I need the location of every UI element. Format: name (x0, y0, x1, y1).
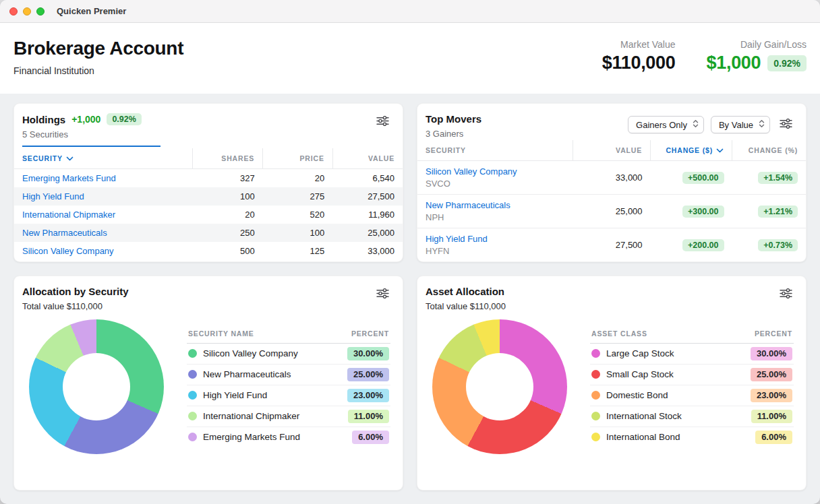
security-link[interactable]: International Chipmaker (22, 210, 115, 220)
holdings-col-value[interactable]: VALUE (332, 148, 403, 169)
holdings-col-price[interactable]: PRICE (263, 148, 333, 169)
asset-allocation-subtitle: Total value $110,000 (426, 301, 506, 311)
holdings-col-shares[interactable]: SHARES (193, 148, 263, 169)
zoom-button[interactable] (36, 7, 45, 15)
percent-badge: 11.00% (348, 410, 389, 423)
table-row: New Pharmaceuticals 250 100 25,000 (14, 224, 403, 242)
percent-badge: 25.00% (751, 368, 792, 381)
holdings-col-security[interactable]: SECURITY (14, 148, 193, 169)
movers-col-security[interactable]: SECURITY (417, 140, 573, 161)
percent-badge: 30.00% (751, 347, 792, 360)
change-pct-badge: +1.21% (758, 206, 798, 218)
ticker-symbol: NPH (426, 212, 564, 222)
legend-label: International Stock (606, 411, 745, 421)
legend-col-percent: PERCENT (351, 329, 389, 338)
minimize-button[interactable] (23, 7, 31, 15)
percent-badge: 6.00% (755, 431, 792, 444)
percent-badge: 23.00% (751, 389, 792, 402)
sliders-icon (780, 119, 792, 131)
list-item: International Bond 6.00% (590, 427, 794, 447)
security-link[interactable]: New Pharmaceuticals (426, 200, 510, 210)
page-title: Brokerage Account (13, 38, 183, 59)
top-movers-subtitle: 3 Gainers (426, 129, 481, 139)
asset-allocation-filter-button[interactable] (777, 286, 795, 303)
sliders-icon (376, 116, 389, 128)
shares-cell: 327 (193, 169, 263, 188)
donut-hole (63, 353, 130, 420)
sliders-icon (780, 288, 792, 301)
security-link[interactable]: High Yield Fund (426, 234, 488, 244)
page-header: Brokerage Account Financial Institution … (0, 23, 820, 94)
asset-allocation-title: Asset Allocation (426, 286, 504, 297)
legend-swatch (188, 412, 197, 420)
legend-swatch (188, 370, 197, 379)
change-usd-badge: +500.00 (682, 172, 724, 184)
allocation-security-filter-button[interactable] (374, 286, 392, 303)
donut-hole (466, 353, 533, 420)
shares-cell: 100 (193, 187, 263, 206)
account-institution: Financial Institution (13, 65, 183, 76)
sort-by-dropdown[interactable]: By Value (711, 116, 770, 133)
value-cell: 6,540 (332, 169, 403, 188)
price-cell: 275 (263, 187, 333, 206)
top-movers-filter-button[interactable] (777, 116, 795, 133)
allocation-by-security-panel: Allocation by Security Total value $110,… (13, 276, 403, 491)
table-row: International Chipmaker 20 520 11,960 (14, 206, 403, 224)
change-usd-badge: +200.00 (682, 239, 724, 251)
legend-swatch (591, 433, 600, 441)
legend-swatch (591, 370, 600, 379)
asset-allocation-legend: ASSET CLASS PERCENT Large Cap Stock 30.0… (590, 327, 794, 447)
security-link[interactable]: Emerging Markets Fund (22, 173, 116, 183)
change-pct-badge: +1.54% (758, 172, 798, 184)
list-item: Silicon Valley Company 30.00% (187, 344, 390, 365)
legend-label: Emerging Markets Fund (203, 432, 346, 442)
asset-allocation-donut-chart (432, 319, 567, 454)
legend-label: International Chipmaker (203, 411, 342, 421)
holdings-active-underline (22, 146, 160, 147)
holdings-subtitle: 5 Securities (22, 129, 160, 139)
holdings-panel: Holdings +1,000 0.92% 5 Securities (13, 103, 403, 262)
value-cell: 11,960 (332, 206, 403, 224)
table-row: Silicon Valley Company 500 125 33,000 (14, 242, 403, 260)
security-link[interactable]: High Yield Fund (22, 191, 84, 201)
movers-col-change-usd[interactable]: CHANGE ($) (651, 140, 732, 161)
allocation-security-title: Allocation by Security (22, 286, 129, 297)
close-button[interactable] (9, 7, 18, 15)
chevron-down-icon (716, 146, 724, 154)
list-item: International Chipmaker 11.00% (187, 406, 390, 427)
list-item: Small Cap Stock 25.00% (590, 365, 794, 385)
list-item: Domestic Bond 23.00% (590, 385, 794, 406)
daily-gain-stat: Daily Gain/Loss $1,000 0.92% (707, 39, 807, 73)
top-movers-table: SECURITY VALUE CHANGE ($) CHANGE (%) (417, 140, 806, 261)
holdings-gain-percent-badge: 0.92% (107, 113, 141, 125)
gainers-filter-dropdown[interactable]: Gainers Only (628, 116, 704, 133)
market-value-label: Market Value (602, 39, 676, 50)
legend-label: International Bond (606, 432, 749, 442)
table-row: New Pharmaceuticals NPH 25,000 +300.00 +… (417, 195, 806, 228)
legend-swatch (591, 412, 600, 420)
app-window: Quicken Premier Brokerage Account Financ… (0, 0, 820, 504)
value-cell: 27,500 (573, 228, 650, 262)
movers-col-change-pct[interactable]: CHANGE (%) (732, 140, 806, 161)
window-controls (9, 7, 45, 15)
legend-label: New Pharmaceuticals (203, 369, 341, 379)
security-link[interactable]: Silicon Valley Company (426, 166, 517, 177)
value-cell: 33,000 (332, 242, 403, 260)
ticker-symbol: HYFN (426, 246, 564, 256)
value-cell: 33,000 (573, 161, 650, 195)
movers-col-value[interactable]: VALUE (573, 140, 650, 161)
legend-label: Small Cap Stock (606, 369, 744, 379)
legend-label: Silicon Valley Company (203, 348, 341, 358)
shares-cell: 250 (193, 224, 263, 242)
change-pct-badge: +0.73% (758, 239, 798, 251)
list-item: Emerging Markets Fund 6.00% (187, 427, 390, 447)
security-link[interactable]: New Pharmaceuticals (22, 228, 107, 238)
legend-col-name: ASSET CLASS (591, 329, 647, 338)
security-link[interactable]: Silicon Valley Company (22, 246, 114, 256)
table-row: High Yield Fund 100 275 27,500 (14, 187, 403, 206)
shares-cell: 500 (193, 242, 263, 260)
daily-gain-percent-badge: 0.92% (767, 55, 807, 71)
holdings-filter-button[interactable] (374, 113, 392, 131)
titlebar: Quicken Premier (0, 0, 820, 23)
legend-swatch (591, 391, 600, 400)
